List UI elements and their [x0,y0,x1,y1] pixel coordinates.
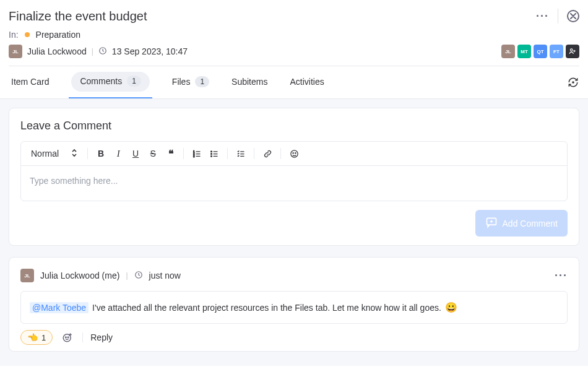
comment-time: just now [149,271,181,280]
tab-label: Activities [290,77,324,87]
svg-point-10 [293,152,293,153]
more-options-button[interactable]: ··· [536,10,549,23]
separator: | [126,271,128,280]
toolbar-divider [87,148,88,159]
comment-more-button[interactable]: ··· [555,269,568,282]
tab-label: Item Card [11,77,49,87]
toolbar-divider [227,148,228,159]
compose-title: Leave a Comment [20,119,568,132]
unordered-list-button[interactable] [207,147,221,160]
ordered-list-button[interactable]: 123 [190,147,204,160]
quote-button[interactable]: ❝ [163,147,177,160]
svg-point-1 [571,49,573,51]
reaction-count: 1 [41,333,46,342]
author-name[interactable]: Julia Lockwood [27,46,87,56]
tab-badge: 1 [195,76,209,87]
in-label: In: [9,30,19,40]
close-button[interactable] [567,10,579,22]
add-reaction-button[interactable] [60,330,75,345]
toolbar-divider [254,148,254,159]
avatar[interactable]: JL [501,45,515,58]
svg-point-8 [210,155,212,157]
comment-editor: Normal B I U S ❝ 123 [20,141,568,201]
svg-point-6 [210,150,212,152]
link-button[interactable] [261,147,274,160]
svg-point-16 [68,337,69,338]
tab-files[interactable]: Files 1 [170,66,212,98]
comment-author[interactable]: Julia Lockwood (me) [40,271,119,280]
toolbar-divider [280,148,281,159]
divider [558,9,558,24]
comment-author-avatar[interactable]: JL [20,269,34,282]
tab-label: Files [172,77,191,87]
tab-badge: 1 [127,76,141,87]
format-select[interactable]: Normal [27,147,81,160]
chevron-updown-icon [71,149,77,159]
svg-point-2 [573,82,574,83]
tab-label: Comments [80,76,122,86]
comment-input[interactable]: Type something here... [21,166,567,201]
comment-body: @Mark Toebe I've attached all the releva… [20,291,568,324]
svg-point-15 [66,337,67,338]
separator: | [92,47,93,56]
status-dot-icon [25,32,30,37]
toolbar-divider [183,148,184,159]
tab-activities[interactable]: Activities [287,66,326,98]
close-icon [567,10,579,22]
checklist-button[interactable] [234,147,248,160]
members-avatars[interactable]: JL MT QT FT [501,45,579,58]
editor-toolbar: Normal B I U S ❝ 123 [21,142,567,166]
comment-text: I've attached all the relevant project r… [92,303,441,313]
mention[interactable]: @Mark Toebe [30,302,89,313]
timestamp: 13 Sep 2023, 10:47 [112,46,188,56]
clock-icon [98,46,107,57]
comment-item: JL Julia Lockwood (me) | just now ··· @M… [9,257,579,352]
add-member-button[interactable] [566,45,579,58]
clock-icon [134,271,143,281]
reply-button[interactable]: Reply [90,332,113,342]
add-comment-button[interactable]: Add Comment [475,210,568,237]
avatar[interactable]: MT [517,45,531,58]
refresh-button[interactable] [567,76,579,89]
underline-button[interactable]: U [129,147,142,160]
reaction-emoji-icon: 👈 [27,332,38,342]
svg-point-7 [210,153,212,154]
add-comment-label: Add Comment [503,219,558,228]
compose-card: Leave a Comment Normal B I U S ❝ 123 [9,108,579,246]
bold-button[interactable]: B [94,147,108,160]
emoji-icon: 😀 [445,302,457,313]
tab-label: Subitems [231,77,267,87]
tab-item-card[interactable]: Item Card [9,66,51,98]
tab-comments[interactable]: Comments 1 [69,66,152,98]
svg-point-9 [291,150,298,157]
strikethrough-button[interactable]: S [146,147,160,160]
avatar[interactable]: FT [550,45,563,58]
status-value[interactable]: Preparation [36,30,80,40]
svg-point-14 [63,334,71,342]
avatar[interactable]: QT [534,45,547,58]
tab-subitems[interactable]: Subitems [229,66,270,98]
author-avatar[interactable]: JL [9,45,22,58]
divider [82,332,83,342]
svg-text:3: 3 [193,155,194,157]
reaction-chip[interactable]: 👈 1 [20,330,53,345]
format-select-label: Normal [31,149,59,158]
emoji-button[interactable] [287,147,301,160]
add-comment-icon [485,216,498,230]
svg-point-11 [295,152,295,153]
italic-button[interactable]: I [111,147,125,160]
page-title: Finalize the event budget [9,9,147,24]
